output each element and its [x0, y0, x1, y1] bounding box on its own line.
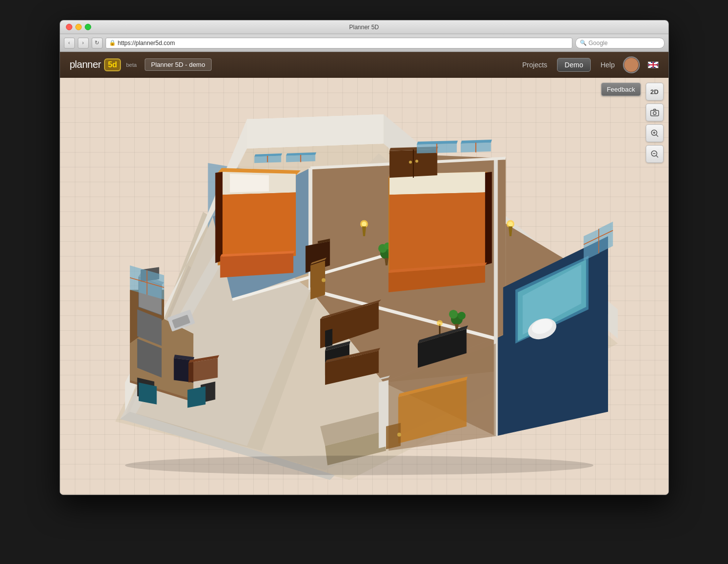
svg-marker-72	[389, 192, 485, 274]
logo-text: planner	[70, 59, 101, 70]
logo-badge: 5d	[104, 58, 121, 71]
search-icon: 🔍	[580, 40, 587, 46]
lock-icon: 🔒	[109, 40, 116, 46]
nav-demo[interactable]: Demo	[557, 58, 590, 72]
svg-point-79	[415, 159, 418, 162]
close-button[interactable]	[66, 24, 72, 30]
zoom-in-button[interactable]	[646, 124, 664, 142]
svg-point-78	[409, 160, 412, 163]
language-flag[interactable]	[648, 61, 659, 68]
avatar[interactable]	[623, 56, 640, 73]
svg-point-125	[437, 320, 443, 326]
search-bar[interactable]: 🔍 Google	[575, 38, 665, 49]
svg-point-88	[457, 312, 465, 320]
title-bar: Planner 5D	[60, 20, 669, 34]
back-button[interactable]: ‹	[64, 38, 75, 49]
mac-window: Planner 5D ‹ › ↻ 🔒 https://planner5d.com…	[59, 20, 669, 495]
forward-button[interactable]: ›	[78, 38, 89, 49]
url-text: https://planner5d.com	[118, 40, 175, 47]
svg-point-84	[508, 222, 513, 227]
nav-projects[interactable]: Projects	[522, 61, 548, 69]
2d-view-button[interactable]: 2D	[646, 83, 664, 101]
camera-button[interactable]	[646, 103, 664, 121]
svg-point-87	[448, 310, 457, 319]
svg-line-7	[656, 155, 658, 157]
beta-label: beta	[126, 62, 136, 68]
avatar-image	[624, 58, 638, 72]
floor-plan[interactable]	[65, 80, 644, 490]
svg-rect-0	[651, 110, 659, 116]
header-nav: Projects Demo Help	[522, 58, 615, 72]
browser-toolbar: ‹ › ↻ 🔒 https://planner5d.com 🔍 Google	[60, 34, 669, 52]
svg-marker-59	[325, 329, 332, 347]
svg-marker-122	[187, 386, 205, 408]
svg-point-81	[361, 222, 366, 227]
traffic-lights	[66, 24, 91, 30]
svg-line-3	[656, 135, 658, 137]
main-canvas[interactable]: Feedback 2D	[60, 78, 669, 495]
search-placeholder: Google	[589, 40, 608, 47]
maximize-button[interactable]	[85, 24, 91, 30]
svg-point-138	[397, 433, 401, 437]
window-title: Planner 5D	[349, 24, 379, 31]
zoom-out-button[interactable]	[646, 145, 664, 163]
right-toolbar: 2D	[646, 83, 664, 163]
logo-area: planner 5d beta	[70, 58, 137, 71]
app-header: planner 5d beta Planner 5D - demo Projec…	[60, 52, 669, 78]
svg-point-67	[322, 278, 326, 282]
svg-marker-46	[215, 172, 223, 263]
svg-point-139	[125, 456, 593, 475]
refresh-button[interactable]: ↻	[92, 38, 103, 49]
svg-point-1	[653, 112, 656, 115]
logo-badge-text: 5d	[108, 60, 117, 69]
svg-marker-48	[229, 174, 269, 192]
nav-help[interactable]: Help	[601, 61, 615, 69]
svg-marker-112	[598, 222, 613, 254]
svg-marker-17	[247, 114, 384, 149]
project-name[interactable]: Planner 5D - demo	[145, 58, 212, 71]
address-bar[interactable]: 🔒 https://planner5d.com	[106, 38, 572, 49]
minimize-button[interactable]	[75, 24, 82, 30]
